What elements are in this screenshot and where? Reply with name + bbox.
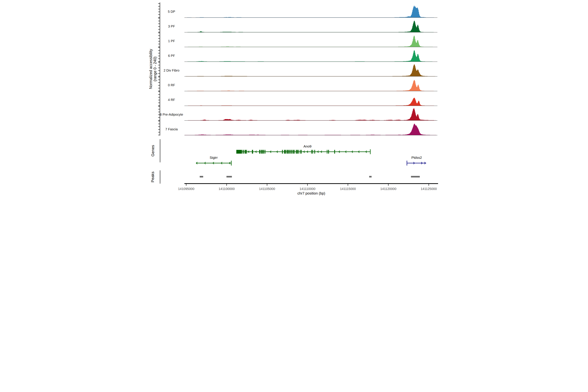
gene-exon [264, 150, 264, 154]
track-signal-area [184, 98, 436, 106]
x-axis-tick-label: 141095000 [178, 187, 194, 190]
track-label: 7 Fascia [165, 128, 178, 131]
gene-exon [334, 150, 335, 154]
gene-exon [259, 150, 260, 154]
gene-exon [288, 150, 289, 154]
track-label: 1 PF [168, 39, 175, 43]
genome-browser-svg: Normalized accessibility (range 0 - 240)… [147, 0, 441, 196]
gene-exon [285, 150, 286, 154]
track-signal-area [184, 6, 436, 18]
gene-exon [300, 150, 300, 154]
gene-exon [265, 150, 266, 154]
track-signal-area [184, 64, 435, 76]
gene-label: Ptdss2 [412, 156, 422, 160]
gene-exon [298, 150, 298, 154]
peak-box [411, 176, 420, 178]
gene-exon [243, 150, 244, 154]
gene-exon [261, 150, 262, 154]
gene-exon [244, 150, 246, 154]
gene-exon [294, 150, 295, 154]
peak-box [369, 176, 372, 178]
gene-label: Sigirr [210, 156, 218, 160]
peaks-section-label: Peaks [150, 172, 155, 182]
track-label: 0 RF [168, 83, 175, 87]
gene-exon [236, 150, 242, 154]
gene-exon [262, 150, 263, 154]
gene-exon [312, 150, 313, 154]
gene-exon [311, 150, 312, 154]
gene-label: Ano9 [304, 144, 312, 148]
x-axis-tick-label: 141115000 [340, 187, 356, 190]
peak-box [226, 176, 232, 178]
track-label: 2 Div Fibro [164, 68, 180, 72]
track-label: 5 DP [168, 10, 175, 14]
x-axis-tick-label: 141110000 [300, 187, 316, 190]
gene-exon [293, 150, 294, 154]
gene-exon [282, 150, 283, 154]
gene-exon [252, 150, 253, 154]
track-signal-area [184, 50, 435, 62]
coverage-plot-figure: Normalized accessibility (range 0 - 240)… [147, 0, 441, 196]
peak-box [200, 176, 203, 178]
track-label: 3 PF [168, 24, 175, 28]
gene-exon [301, 150, 302, 154]
gene-exon [284, 150, 285, 154]
gene-exon [290, 150, 290, 154]
track-label: 8 Pre-Adipocyte [160, 113, 183, 116]
track-label: 6 PF [168, 54, 175, 58]
y-axis-label-line2: (range 0 - 240) [153, 56, 157, 81]
gene-exon [327, 150, 328, 154]
track-signal-area [184, 108, 436, 120]
generated-content: 5 DP3 PF1 PF6 PF2 Div Fibro0 RF4 RF8 Pre… [158, 2, 438, 190]
x-axis-tick-label: 141105000 [259, 187, 275, 190]
y-axis-label-line1: Normalized accessibility [149, 49, 153, 89]
gene-exon [292, 150, 292, 154]
x-axis-tick-label: 141120000 [380, 187, 396, 190]
x-axis-tick-label: 141125000 [421, 187, 437, 190]
track-label: 4 RF [168, 98, 175, 102]
track-signal-area [184, 36, 435, 47]
gene-exon [246, 150, 247, 154]
track-signal-area [184, 80, 436, 91]
gene-exon [314, 150, 315, 154]
gene-exon [328, 150, 329, 154]
x-axis-title: chr7 position (bp) [298, 191, 325, 195]
gene-exon [296, 150, 297, 154]
track-signal-area [184, 20, 436, 32]
genes-section-label: Genes [150, 145, 155, 157]
gene-exon [287, 150, 288, 154]
x-axis-tick-label: 141100000 [218, 187, 235, 190]
track-signal-area [184, 124, 436, 135]
gene-exon [290, 150, 291, 154]
